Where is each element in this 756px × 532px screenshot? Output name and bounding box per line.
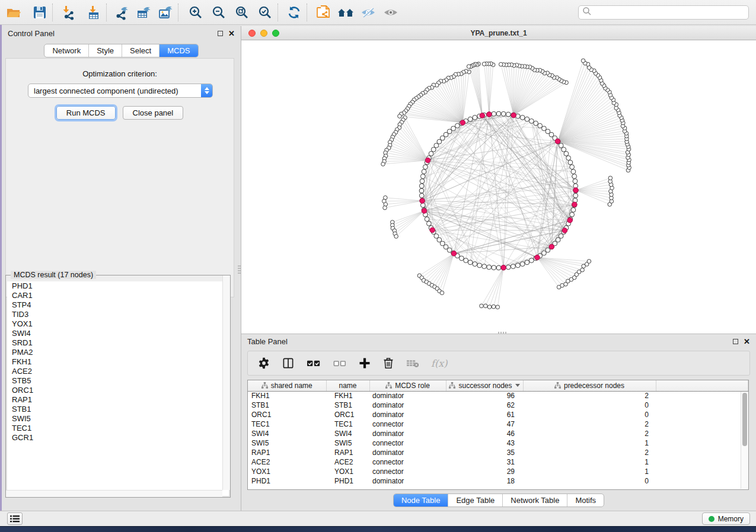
mcds-result-item[interactable]: SWI4 bbox=[7, 329, 229, 338]
import-network-icon[interactable] bbox=[60, 4, 78, 21]
cell-predecessor_nodes[interactable]: 2 bbox=[523, 448, 656, 457]
ring-node[interactable] bbox=[573, 193, 578, 198]
ring-node[interactable] bbox=[434, 143, 439, 148]
mcds-list-hscrollbar[interactable] bbox=[6, 490, 222, 497]
dominator-node[interactable] bbox=[420, 198, 425, 204]
close-panel-icon[interactable]: ✕ bbox=[228, 30, 235, 37]
dominator-node[interactable] bbox=[562, 228, 567, 233]
dominator-node[interactable] bbox=[511, 113, 516, 118]
cell-mcds_role[interactable]: dominator bbox=[369, 429, 446, 438]
float-panel-icon[interactable] bbox=[218, 31, 223, 36]
ring-node[interactable] bbox=[487, 265, 492, 270]
leaf-node[interactable] bbox=[487, 305, 492, 309]
cell-predecessor_nodes[interactable]: 2 bbox=[523, 419, 656, 429]
cell-name[interactable]: STB1 bbox=[326, 400, 369, 410]
mcds-result-item[interactable]: PHD1 bbox=[7, 281, 229, 291]
ring-node[interactable] bbox=[520, 262, 525, 267]
cell-mcds_role[interactable]: dominator bbox=[369, 448, 446, 457]
table-row[interactable]: SWI4SWI4dominator462 bbox=[248, 429, 748, 438]
dominator-node[interactable] bbox=[549, 244, 554, 249]
network-graph[interactable] bbox=[241, 40, 755, 334]
ring-node[interactable] bbox=[534, 121, 538, 126]
table-row[interactable]: YOX1YOX1connector291 bbox=[248, 467, 748, 476]
cell-successor_nodes[interactable]: 18 bbox=[446, 476, 523, 486]
cell-mcds_role[interactable]: connector bbox=[369, 457, 446, 467]
ring-node[interactable] bbox=[571, 207, 576, 212]
ring-node[interactable] bbox=[492, 111, 496, 116]
column-header-name[interactable]: name bbox=[326, 380, 369, 391]
cell-predecessor_nodes[interactable]: 0 bbox=[523, 400, 656, 410]
ring-node[interactable] bbox=[431, 147, 436, 152]
zoom-fit-icon[interactable] bbox=[233, 4, 251, 21]
tab-motifs[interactable]: Motifs bbox=[567, 494, 604, 507]
leaf-node[interactable] bbox=[480, 304, 484, 308]
mcds-list-vscrollbar[interactable] bbox=[222, 275, 230, 490]
table-row[interactable]: RAP1RAP1dominator352 bbox=[248, 448, 748, 457]
leaf-node[interactable] bbox=[398, 114, 402, 118]
window-minimize-icon[interactable] bbox=[260, 30, 267, 37]
table-row[interactable]: SWI5SWI5connector431 bbox=[248, 438, 748, 448]
cell-predecessor_nodes[interactable]: 0 bbox=[523, 476, 656, 486]
cell-shared_name[interactable]: YOX1 bbox=[248, 467, 326, 476]
zoom-out-icon[interactable] bbox=[210, 4, 228, 21]
leaf-node[interactable] bbox=[482, 62, 486, 66]
cell-predecessor_nodes[interactable]: 2 bbox=[523, 391, 656, 400]
leaf-node[interactable] bbox=[608, 176, 613, 180]
column-header-predecessor_nodes[interactable]: predecessor nodes bbox=[523, 380, 656, 391]
table-row[interactable]: FKH1FKH1dominator962 bbox=[248, 391, 748, 400]
dominator-node[interactable] bbox=[425, 158, 430, 163]
cell-successor_nodes[interactable]: 62 bbox=[446, 400, 523, 410]
cell-successor_nodes[interactable]: 29 bbox=[446, 467, 523, 476]
cell-shared_name[interactable]: RAP1 bbox=[248, 448, 326, 457]
ring-node[interactable] bbox=[501, 111, 506, 116]
cell-name[interactable]: PHD1 bbox=[326, 476, 369, 486]
mcds-result-item[interactable]: STB1 bbox=[7, 405, 229, 414]
cell-shared_name[interactable]: SWI5 bbox=[248, 438, 326, 448]
dominator-node[interactable] bbox=[572, 202, 578, 207]
leaf-node[interactable] bbox=[381, 162, 385, 166]
ring-node[interactable] bbox=[568, 160, 573, 165]
leaf-node[interactable] bbox=[394, 235, 398, 239]
ring-node[interactable] bbox=[492, 265, 496, 270]
export-image-icon[interactable] bbox=[157, 4, 174, 21]
cell-shared_name[interactable]: ACE2 bbox=[248, 457, 326, 467]
cell-predecessor_nodes[interactable]: 2 bbox=[523, 429, 656, 438]
split-columns-icon[interactable] bbox=[282, 357, 295, 370]
cell-successor_nodes[interactable]: 43 bbox=[446, 438, 523, 448]
cell-mcds_role[interactable]: connector bbox=[369, 419, 446, 429]
network-window-titlebar[interactable]: YPA_prune.txt_1 bbox=[241, 26, 756, 40]
ring-node[interactable] bbox=[525, 117, 529, 121]
dominator-node[interactable] bbox=[573, 188, 579, 193]
dominator-node[interactable] bbox=[555, 139, 560, 144]
open-file-icon[interactable] bbox=[5, 4, 23, 21]
ring-node[interactable] bbox=[570, 165, 575, 169]
ring-node[interactable] bbox=[570, 212, 575, 217]
leaf-node[interactable] bbox=[496, 305, 500, 309]
cell-successor_nodes[interactable]: 96 bbox=[446, 391, 523, 400]
mcds-result-item[interactable]: ORC1 bbox=[7, 386, 229, 395]
cell-shared_name[interactable]: ORC1 bbox=[248, 410, 326, 419]
dominator-node[interactable] bbox=[480, 113, 485, 118]
close-panel-icon[interactable]: ✕ bbox=[744, 338, 750, 345]
ring-node[interactable] bbox=[473, 262, 477, 267]
mcds-result-item[interactable]: GCR1 bbox=[7, 433, 229, 443]
ring-node[interactable] bbox=[542, 126, 547, 131]
cell-shared_name[interactable]: FKH1 bbox=[248, 391, 326, 400]
ring-node[interactable] bbox=[496, 111, 501, 116]
tab-node-table[interactable]: Node Table bbox=[394, 494, 448, 507]
mcds-result-item[interactable]: STB5 bbox=[7, 376, 229, 386]
add-column-icon[interactable] bbox=[358, 357, 371, 370]
ring-node[interactable] bbox=[425, 217, 429, 222]
column-header-successor_nodes[interactable]: successor nodes bbox=[446, 380, 523, 391]
ring-node[interactable] bbox=[426, 221, 431, 226]
column-header-shared_name[interactable]: shared name bbox=[248, 380, 326, 391]
tab-style[interactable]: Style bbox=[88, 44, 122, 57]
table-row[interactable]: ORC1ORC1dominator610 bbox=[248, 410, 748, 419]
table-vscrollbar[interactable] bbox=[741, 392, 748, 489]
mcds-result-item[interactable]: SWI5 bbox=[7, 414, 229, 424]
leaf-node[interactable] bbox=[581, 59, 585, 63]
cell-successor_nodes[interactable]: 61 bbox=[446, 410, 523, 419]
ring-node[interactable] bbox=[572, 174, 577, 179]
leaf-node[interactable] bbox=[484, 304, 488, 308]
table-row[interactable]: STB1STB1dominator620 bbox=[248, 400, 748, 410]
